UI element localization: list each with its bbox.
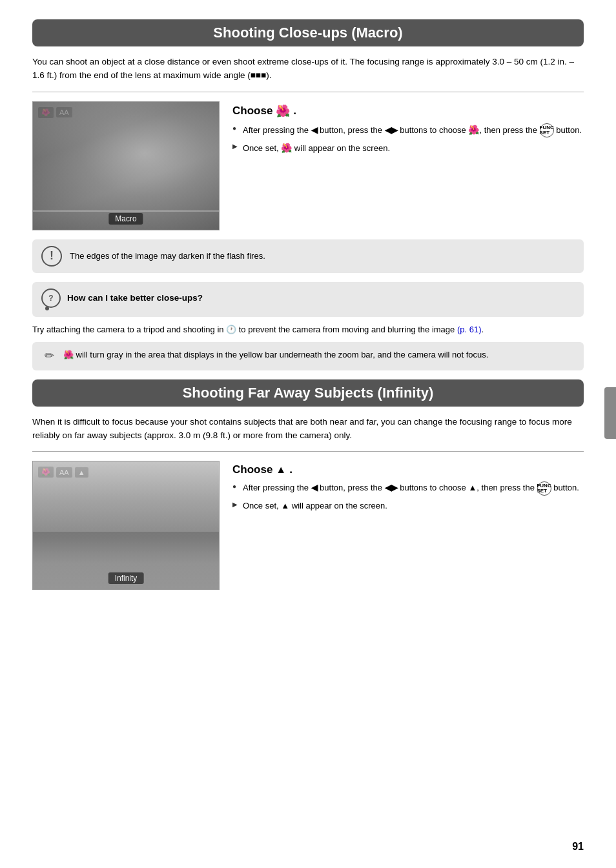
infinity-section: Shooting Far Away Subjects (Infinity) Wh… — [32, 379, 584, 590]
macro-note-box: ✏ 🌺 will turn gray in the area that disp… — [32, 342, 584, 370]
divider-2 — [32, 451, 584, 452]
page-number: 91 — [572, 841, 584, 853]
infinity-bullet-list: After pressing the ◀ button, press the ◀… — [232, 481, 584, 512]
note-icon: ✏ — [41, 348, 57, 364]
infinity-title: Shooting Far Away Subjects (Infinity) — [32, 379, 584, 407]
infinity-instruction-row: 🌺 AA ▲ Infinity Choose ▲. After pr — [32, 461, 584, 590]
infinity-intro: When it is difficult to focus because yo… — [32, 416, 584, 443]
macro-section: Shooting Close-ups (Macro) You can shoot… — [32, 19, 584, 370]
warning-icon: ! — [41, 246, 62, 267]
macro-text-col: Choose 🌺. After pressing the ◀ button, p… — [232, 101, 584, 230]
side-tab — [604, 387, 616, 439]
macro-intro: You can shoot an object at a close dista… — [32, 56, 584, 83]
infinity-bullet-1: After pressing the ◀ button, press the ◀… — [232, 481, 584, 496]
macro-qa-body: Try attaching the camera to a tripod and… — [32, 323, 584, 337]
macro-qa-link[interactable]: (p. 61) — [457, 325, 482, 334]
func-set-icon-2: FUNCSET — [537, 481, 551, 496]
infinity-text-col: Choose ▲. After pressing the ◀ button, p… — [232, 461, 584, 590]
macro-qa-box: ? How can I take better close-ups? — [32, 282, 584, 317]
macro-choose-label: Choose — [232, 105, 272, 117]
macro-choose-heading: Choose 🌺. — [232, 104, 584, 118]
macro-flower-icon: 🌺 — [276, 104, 290, 118]
infinity-image: 🌺 AA ▲ Infinity — [32, 461, 220, 590]
macro-qa-header: ? How can I take better close-ups? — [41, 288, 575, 308]
infinity-bullet-2: Once set, ▲ will appear on the screen. — [232, 500, 584, 512]
func-set-icon-1: FUNCSET — [540, 123, 554, 137]
macro-bullet-2: Once set, 🌺 will appear on the screen. — [232, 141, 584, 156]
macro-bullet-list: After pressing the ◀ button, press the ◀… — [232, 123, 584, 156]
infinity-choose-label: Choose — [232, 463, 272, 476]
infinity-mountain-icon: ▲ — [276, 464, 286, 476]
macro-bullet-1: After pressing the ◀ button, press the ◀… — [232, 123, 584, 138]
macro-warning-box: ! The edges of the image may darken if t… — [32, 239, 584, 273]
infinity-choose-heading: Choose ▲. — [232, 463, 584, 476]
infinity-img-label: Infinity — [108, 572, 144, 584]
macro-qa-title: How can I take better close-ups? — [67, 293, 203, 303]
divider-1 — [32, 92, 584, 92]
macro-image: 🌺 AA Macro — [32, 101, 220, 230]
macro-note-text: 🌺 will turn gray in the area that displa… — [63, 348, 488, 364]
qa-icon: ? — [41, 288, 61, 308]
macro-img-label: Macro — [108, 213, 143, 225]
macro-instruction-row: 🌺 AA Macro Choose 🌺. After pressing the … — [32, 101, 584, 230]
macro-title: Shooting Close-ups (Macro) — [32, 19, 584, 46]
macro-warning-text: The edges of the image may darken if the… — [70, 251, 265, 261]
